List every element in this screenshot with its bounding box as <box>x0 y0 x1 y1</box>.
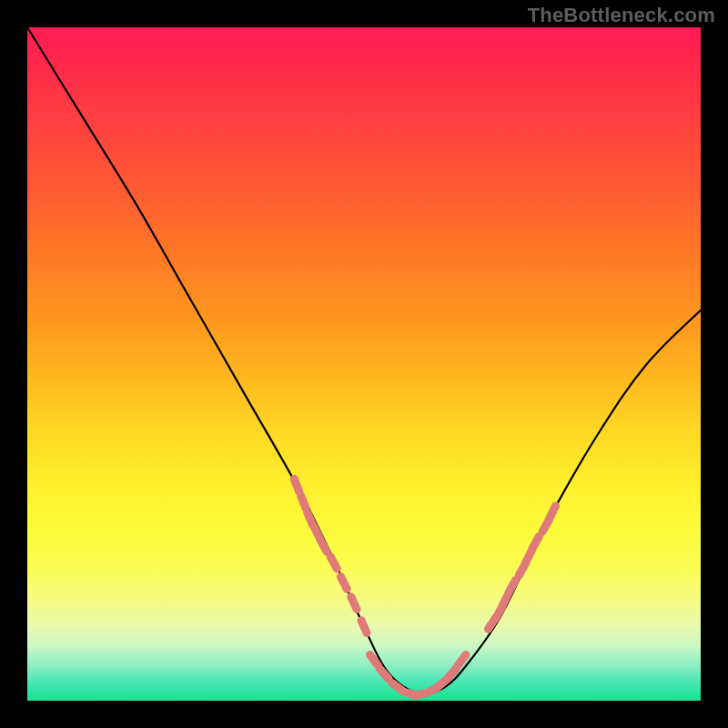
marker-dash <box>447 669 456 679</box>
marker-dash <box>370 655 379 666</box>
watermark-text: TheBottleneck.com <box>528 4 715 27</box>
curve-svg <box>27 27 701 701</box>
marker-dash <box>301 496 307 509</box>
marker-dash <box>351 597 357 610</box>
marker-dash <box>330 557 337 569</box>
marker-dash <box>509 581 515 592</box>
marker-dash <box>294 479 299 491</box>
marker-dash <box>320 540 327 551</box>
plot-area <box>27 27 701 701</box>
marker-dash <box>550 506 556 518</box>
chart-frame: TheBottleneck.com <box>0 0 728 728</box>
marker-dash <box>532 537 539 549</box>
marker-dash <box>340 577 347 589</box>
marker-dash <box>361 621 367 633</box>
curve-line-group <box>27 27 701 694</box>
marker-dash <box>458 655 466 666</box>
bottleneck-curve <box>27 27 701 694</box>
